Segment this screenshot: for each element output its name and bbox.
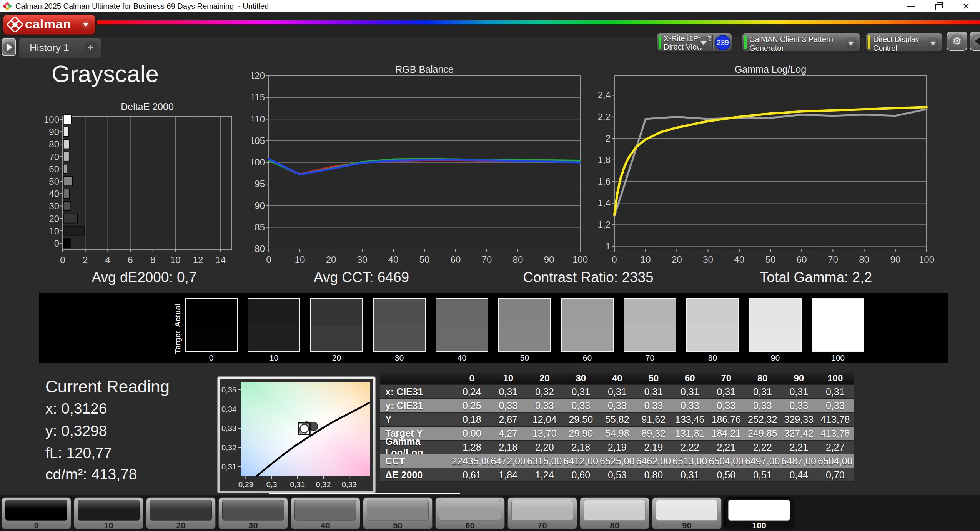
table-cell: 0,31 — [817, 385, 854, 399]
actual-swatch — [374, 299, 425, 325]
category-label: 20 — [49, 214, 59, 224]
display-control-dropdown[interactable]: Direct Display Control — [866, 33, 943, 52]
table-cell: 2,27 — [817, 441, 854, 454]
chart-title: Gamma Log/Log — [735, 64, 806, 75]
pattern-button-10[interactable]: 10 — [74, 497, 143, 529]
pattern-button-90[interactable]: 90 — [652, 497, 722, 529]
category-label: 70 — [49, 152, 59, 162]
table-column-header: 0 — [454, 372, 490, 385]
swatch-level-label: 90 — [749, 353, 802, 362]
target-swatch — [812, 325, 864, 351]
tab-scroll-button[interactable] — [2, 38, 16, 56]
table-cell: 0,18 — [454, 413, 490, 427]
pattern-button-20[interactable]: 20 — [146, 497, 216, 529]
table-cell: 0,33 — [599, 399, 636, 413]
restore-button[interactable] — [925, 0, 952, 12]
table-cell: 2,19 — [599, 441, 636, 454]
table-row-label: x: CIE31 — [380, 385, 454, 399]
deltae-bar-90 — [63, 127, 68, 136]
axis-tick-label: 1,2 — [598, 219, 611, 230]
minimize-button[interactable] — [897, 0, 925, 12]
close-button[interactable]: × — [952, 0, 980, 12]
target-swatch — [311, 325, 362, 351]
generator-name: CalMAN Client 3 Pattern Generator — [749, 35, 860, 53]
window-controls: × — [897, 0, 980, 12]
pattern-generator-dropdown[interactable]: CalMAN Client 3 Pattern Generator — [742, 33, 860, 52]
table-cell: 2,19 — [636, 441, 672, 454]
collapse-panel-button[interactable] — [970, 32, 980, 51]
table-cell: 0,31 — [708, 385, 745, 399]
reading-x: x: 0,3126 — [45, 400, 107, 417]
deltae-bar-40 — [63, 189, 70, 198]
table-cell: 12,04 — [526, 413, 563, 427]
axis-tick-label: 8 — [150, 255, 155, 265]
actual-swatch — [687, 299, 738, 325]
gamma-log-chart: Gamma Log/Log11,21,41,61,822,22,40102030… — [597, 63, 943, 271]
pattern-button-100[interactable]: 100 — [724, 497, 794, 529]
pattern-button-70[interactable]: 70 — [507, 497, 577, 529]
pattern-button-0[interactable]: 0 — [2, 497, 71, 529]
tab-history-1[interactable]: History 1 — [19, 38, 80, 58]
gear-icon: ⚙ — [952, 35, 962, 47]
current-reading-title: Current Reading — [45, 377, 170, 396]
swatch-100 — [812, 298, 864, 352]
meter-dropdown[interactable]: X-Rite i1Pro 2 Direct View 239 — [657, 33, 732, 52]
settings-button[interactable]: ⚙ — [947, 32, 967, 51]
table-cell: 54,98 — [599, 427, 636, 441]
category-label: 0 — [54, 238, 59, 249]
pattern-level-label: 70 — [508, 521, 577, 531]
axis-tick-label: 2,2 — [598, 112, 611, 122]
category-label: 90 — [49, 127, 59, 137]
swatch-level-label: 60 — [561, 353, 614, 362]
table-cell: 13,70 — [526, 427, 563, 441]
table-cell: 6472,00 — [490, 454, 527, 468]
table-cell: 0,33 — [744, 399, 781, 413]
add-tab-button[interactable]: + — [80, 38, 101, 58]
deltae-bar-50 — [63, 177, 72, 186]
pattern-button-40[interactable]: 40 — [291, 497, 360, 529]
table-cell: 0,31 — [563, 385, 599, 399]
pattern-swatch — [367, 500, 429, 521]
pattern-button-30[interactable]: 30 — [218, 497, 288, 529]
axis-tick-label: 50 — [419, 254, 430, 265]
grayscale-swatch-strip: Actual Target 0102030405060708090100 — [39, 293, 948, 363]
pattern-button-50[interactable]: 50 — [363, 497, 433, 529]
table-cell: 131,81 — [672, 427, 708, 441]
table-cell: 0,31 — [672, 468, 708, 482]
axis-tick-label: 10 — [641, 254, 651, 265]
target-swatch — [624, 325, 676, 351]
table-cell: 0,33 — [817, 399, 854, 413]
axis-tick-label: 20 — [326, 254, 336, 265]
chart-title: RGB Balance — [395, 64, 453, 75]
axis-tick-label: 0,33 — [342, 480, 357, 489]
pattern-level-label: 80 — [580, 521, 649, 531]
swatch-level-label: 80 — [686, 353, 739, 362]
swatch-level-label: 30 — [373, 353, 426, 362]
axis-tick-label: 115 — [252, 92, 265, 102]
category-label: 50 — [49, 176, 59, 187]
pattern-swatch — [150, 500, 212, 521]
axis-tick-label: 0,31 — [290, 480, 305, 489]
target-swatch — [374, 325, 425, 351]
table-cell: 0,33 — [636, 399, 672, 413]
table-cell: 6487,00 — [781, 454, 817, 468]
table-cell: 133,46 — [672, 413, 708, 427]
swatch-70 — [624, 298, 676, 352]
pattern-button-80[interactable]: 80 — [580, 497, 649, 529]
axis-tick-label: 20 — [672, 254, 682, 265]
axis-tick-label: 60 — [797, 254, 807, 265]
table-cell: 0,33 — [490, 399, 527, 413]
table-column-header: 30 — [563, 372, 599, 385]
table-corner-cell — [380, 372, 454, 385]
meter-count-badge[interactable]: 239 — [715, 35, 730, 50]
table-cell: 29,50 — [563, 413, 599, 427]
table-cell: 0,60 — [563, 468, 599, 482]
table-cell: 2,22 — [672, 441, 708, 454]
current-reading-point — [300, 424, 308, 433]
axis-tick-label: 10 — [170, 255, 181, 265]
calman-menu-button[interactable]: calman — [3, 15, 95, 35]
pattern-level-label: 0 — [2, 521, 71, 531]
axis-tick-label: 1,4 — [598, 198, 611, 208]
pattern-button-60[interactable]: 60 — [435, 497, 505, 529]
axis-tick-label: 80 — [859, 254, 869, 265]
